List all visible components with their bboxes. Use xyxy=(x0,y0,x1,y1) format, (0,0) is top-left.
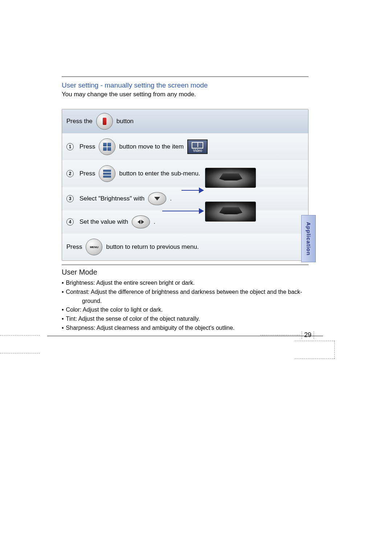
footer-post: button to return to previous menu. xyxy=(106,243,199,251)
step-header: Press the button xyxy=(62,109,308,133)
step-4: 4 Set the value with . xyxy=(62,210,308,234)
step-footer: Press MENU button to return to previous … xyxy=(62,234,308,260)
arrow-right-icon xyxy=(181,190,203,191)
list-item: •Sharpness: Adjust clearness and ambigui… xyxy=(62,324,309,332)
list-button-icon xyxy=(99,165,115,182)
footer-pre: Press xyxy=(66,243,82,251)
mid-divider xyxy=(62,264,309,265)
step-post: button move to the item xyxy=(119,143,184,150)
list-item-cont: ground. xyxy=(62,297,309,305)
arrow-right-icon xyxy=(162,211,203,211)
power-button-icon xyxy=(96,113,113,130)
step-pre: Press xyxy=(79,143,95,150)
step-1: 1 Press button move to the item Video xyxy=(62,133,308,160)
header-suffix: button xyxy=(117,118,134,125)
section-subtitle: You may change the user setting from any… xyxy=(62,91,309,98)
dashed-line xyxy=(260,335,300,335)
step-post: . xyxy=(170,195,172,202)
page-number-area: 29 xyxy=(260,331,314,339)
steps-box: Press the button 1 Press button move to … xyxy=(62,109,309,261)
step-pre: Set the value with xyxy=(79,218,128,226)
user-mode-list: •Brightness: Adjust the entire screen br… xyxy=(62,279,309,332)
preview-image-before xyxy=(205,168,256,188)
corner-dash-right xyxy=(295,341,335,359)
page-number: 29 xyxy=(302,331,314,339)
step-number: 1 xyxy=(66,143,74,150)
menu-button-icon: MENU xyxy=(86,239,102,255)
list-item: •Tint: Adjust the sense of color of the … xyxy=(62,315,309,323)
step-pre: Select "Brightness" with xyxy=(79,195,144,202)
header-prefix: Press the xyxy=(66,118,93,125)
video-menu-icon: Video xyxy=(187,139,208,154)
user-mode-title: User Mode xyxy=(62,268,309,276)
step-number: 4 xyxy=(66,218,74,226)
content-area: User setting - manually setting the scre… xyxy=(62,76,309,336)
down-button-icon xyxy=(148,192,166,205)
preview-image-after: Brightness 50 xyxy=(205,202,256,222)
list-item: •Color: Adjust the color to light or dar… xyxy=(62,305,309,314)
menu-button-label: MENU xyxy=(90,246,99,249)
video-menu-label: Video xyxy=(193,149,202,153)
step-pre: Press xyxy=(79,170,95,177)
top-divider xyxy=(62,76,309,77)
section-title: User setting - manually setting the scre… xyxy=(62,81,309,89)
grid-button-icon xyxy=(99,138,115,155)
step-2: 2 Press button to enter the sub-menu. xyxy=(62,160,308,187)
side-tab-label: Application xyxy=(306,222,312,256)
step-number: 2 xyxy=(66,170,74,177)
step-post: . xyxy=(154,218,155,226)
side-tab-application: Application xyxy=(301,215,316,262)
step-number: 3 xyxy=(66,195,74,202)
list-item: •Brightness: Adjust the entire screen br… xyxy=(62,279,309,287)
list-item: •Contrast: Adjust the difference of brig… xyxy=(62,288,309,296)
step-post: button to enter the sub-menu. xyxy=(119,170,200,177)
document-page: User setting - manually setting the scre… xyxy=(0,0,392,555)
corner-dash-left xyxy=(0,335,40,353)
left-right-button-icon xyxy=(132,215,150,228)
